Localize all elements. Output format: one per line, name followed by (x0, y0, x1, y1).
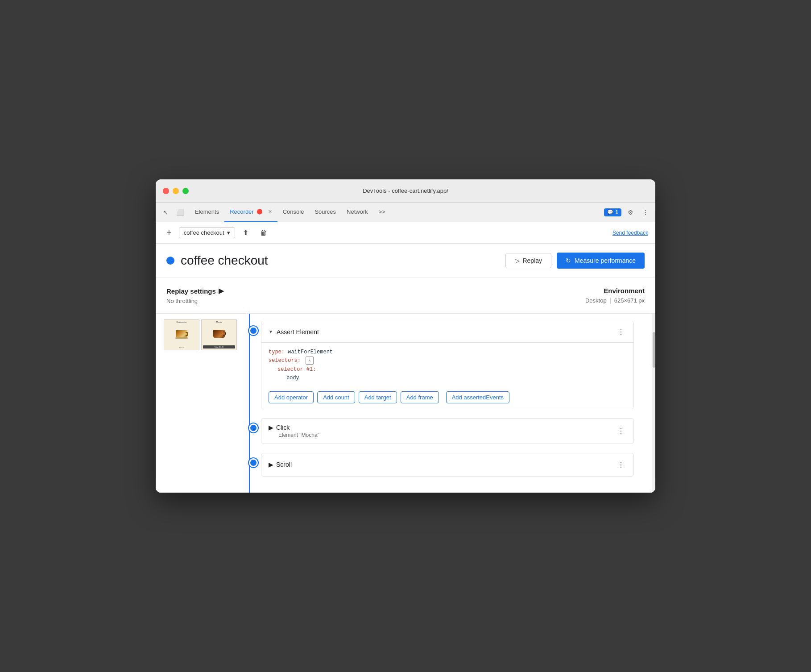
step-scroll: ▶ Scroll ⋮ (261, 453, 645, 477)
close-button[interactable] (163, 188, 169, 194)
thumbnail-2: Mocha Total: $0.00 (201, 319, 237, 350)
environment-title: Environment (585, 287, 645, 295)
click-title: ▶ Click (269, 424, 319, 431)
more-icon[interactable]: ⋮ (639, 206, 652, 219)
tab-console[interactable]: Console (277, 203, 310, 222)
steps-column: ▼ Assert Element ⋮ type: waitForElement (245, 314, 652, 493)
cursor-icon[interactable]: ↖ (159, 206, 172, 219)
message-badge[interactable]: 💬 1 (604, 208, 621, 216)
assert-element-body: type: waitForElement selectors: ↖ select (261, 342, 633, 388)
window-title: DevTools - coffee-cart.netlify.app/ (363, 187, 448, 194)
step-click: ▶ Click Element "Mocha" ⋮ (261, 418, 645, 444)
traffic-lights (163, 188, 189, 194)
add-target-button[interactable]: Add target (359, 391, 397, 403)
measure-performance-button[interactable]: ↻ Measure performance (557, 253, 645, 269)
assert-element-title: Assert Element (277, 328, 319, 336)
dropdown-chevron-icon: ▾ (227, 229, 230, 236)
timeline-steps: ▼ Assert Element ⋮ type: waitForElement (245, 314, 655, 493)
tab-more[interactable]: >> (373, 203, 391, 222)
timeline-dot-1 (249, 326, 258, 335)
replay-settings-toggle[interactable]: Replay settings ▶ (166, 287, 224, 295)
devtools-window: DevTools - coffee-cart.netlify.app/ ↖ ⬜ … (156, 179, 655, 493)
replay-settings-left: Replay settings ▶ No throttling (166, 287, 224, 304)
assert-element-title-group: ▼ Assert Element (269, 328, 319, 336)
thumbnail-1: Cappuccino $19.00 (164, 319, 199, 350)
add-recording-button[interactable]: + (163, 226, 175, 240)
replay-button[interactable]: ▷ Replay (505, 253, 551, 268)
assert-element-header[interactable]: ▼ Assert Element ⋮ (261, 321, 633, 342)
code-body: body (269, 374, 626, 382)
click-chevron-icon: ▶ (269, 424, 273, 431)
tab-sources[interactable]: Sources (309, 203, 341, 222)
minimize-button[interactable] (173, 188, 179, 194)
recording-selector[interactable]: coffee checkout ▾ (179, 227, 235, 238)
environment-value: Desktop 625×671 px (585, 297, 645, 304)
assert-element-card: ▼ Assert Element ⋮ type: waitForElement (261, 321, 634, 409)
scroll-card: ▶ Scroll ⋮ (261, 453, 634, 477)
recording-status-dot (166, 257, 174, 265)
add-asserted-events-button[interactable]: Add assertedEvents (446, 391, 509, 403)
title-bar: DevTools - coffee-cart.netlify.app/ (156, 179, 655, 203)
step-assert-element: ▼ Assert Element ⋮ type: waitForElement (261, 321, 645, 409)
code-type: type: waitForElement (269, 348, 626, 357)
environment-section: Environment Desktop 625×671 px (585, 287, 645, 304)
assert-element-menu-icon[interactable]: ⋮ (616, 326, 626, 338)
recorder-tab-close[interactable]: ✕ (268, 209, 272, 215)
scroll-title-group: ▶ Scroll (269, 461, 292, 468)
scrollbar-thumb[interactable] (653, 332, 655, 368)
tab-recorder[interactable]: Recorder 🔴 ✕ (224, 203, 277, 222)
scroll-menu-icon[interactable]: ⋮ (616, 459, 626, 471)
replay-play-icon: ▷ (515, 257, 520, 264)
scroll-chevron-icon: ▶ (269, 461, 273, 468)
devtools-right-icons: 💬 1 ⚙ ⋮ (604, 206, 652, 219)
export-icon: ⬆ (243, 228, 248, 237)
recording-title: coffee checkout (181, 253, 505, 268)
recorder-toolbar: + coffee checkout ▾ ⬆ 🗑 Send feedback (156, 222, 655, 244)
selector-pick-icon[interactable]: ↖ (306, 357, 314, 365)
timeline-dot-2 (249, 423, 258, 432)
click-header[interactable]: ▶ Click Element "Mocha" ⋮ (261, 419, 633, 444)
replay-settings-panel: Replay settings ▶ No throttling Environm… (156, 278, 655, 314)
click-title-group: ▶ Click Element "Mocha" (269, 424, 319, 438)
replay-settings-expand-icon: ▶ (219, 287, 224, 295)
throttling-value: No throttling (166, 298, 224, 304)
scroll-title: ▶ Scroll (269, 461, 292, 468)
add-count-button[interactable]: Add count (317, 391, 355, 403)
maximize-button[interactable] (182, 188, 189, 194)
send-feedback-link[interactable]: Send feedback (612, 230, 648, 236)
tab-network[interactable]: Network (341, 203, 373, 222)
recording-header: coffee checkout ▷ Replay ↻ Measure perfo… (156, 244, 655, 278)
scrollbar[interactable] (652, 314, 655, 493)
add-operator-button[interactable]: Add operator (269, 391, 314, 403)
delete-icon: 🗑 (260, 229, 267, 237)
steps-area: Cappuccino $19.00 (156, 314, 655, 493)
settings-icon[interactable]: ⚙ (624, 206, 637, 219)
code-selector1: selector #1: (269, 365, 626, 374)
click-menu-icon[interactable]: ⋮ (616, 425, 626, 437)
device-icon[interactable]: ⬜ (174, 206, 186, 219)
measure-icon: ↻ (566, 257, 571, 264)
tab-elements[interactable]: Elements (190, 203, 224, 222)
delete-button[interactable]: 🗑 (257, 226, 271, 240)
code-selectors: selectors: ↖ (269, 357, 626, 365)
timeline-dot-3 (249, 458, 258, 467)
devtools-left-icons: ↖ ⬜ (159, 206, 186, 219)
devtools-tab-bar: ↖ ⬜ Elements Recorder 🔴 ✕ Console Source… (156, 203, 655, 222)
add-frame-button[interactable]: Add frame (401, 391, 439, 403)
click-subtitle: Element "Mocha" (269, 432, 319, 438)
click-card: ▶ Click Element "Mocha" ⋮ (261, 418, 634, 444)
export-button[interactable]: ⬆ (239, 226, 253, 240)
screenshot-thumbnails: Cappuccino $19.00 (164, 319, 237, 350)
assert-element-actions: Add operator Add count Add target Add fr… (261, 388, 633, 409)
main-content: coffee checkout ▷ Replay ↻ Measure perfo… (156, 244, 655, 493)
screenshot-panel: Cappuccino $19.00 (156, 314, 245, 493)
scroll-header[interactable]: ▶ Scroll ⋮ (261, 453, 633, 476)
assert-element-chevron-icon: ▼ (269, 329, 273, 334)
